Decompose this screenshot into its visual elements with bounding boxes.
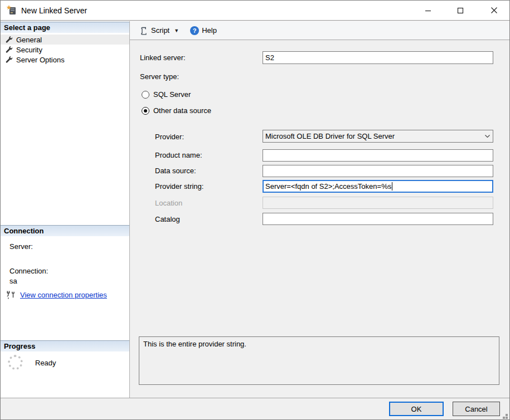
sidebar-item-server-options[interactable]: Server Options bbox=[1, 55, 129, 65]
description-text: This is the entire provider string. bbox=[143, 340, 246, 348]
minimize-button[interactable] bbox=[414, 1, 442, 20]
location-input bbox=[263, 197, 493, 209]
provider-string-value: Server=<fqdn of S2>;AccessToken=%s bbox=[265, 182, 391, 191]
radio-other-data-source[interactable]: Other data source bbox=[142, 106, 211, 115]
sidebar-item-security[interactable]: Security bbox=[1, 45, 129, 55]
maximize-button[interactable] bbox=[446, 1, 474, 20]
radio-unchecked-icon bbox=[142, 91, 149, 99]
data-source-input[interactable] bbox=[263, 165, 493, 177]
text-caret bbox=[392, 182, 392, 191]
main-panel: Script ▼ ? Help Linked server: Server ty… bbox=[130, 21, 510, 398]
footer: OK Cancel bbox=[1, 398, 509, 420]
provider-selected-value: Microsoft OLE DB Driver for SQL Server bbox=[265, 132, 484, 140]
connection-header: Connection bbox=[1, 225, 129, 236]
radio-sql-server-label: SQL Server bbox=[153, 90, 191, 99]
server-type-label: Server type: bbox=[140, 72, 179, 81]
script-button[interactable]: Script ▼ bbox=[137, 25, 182, 37]
help-label: Help bbox=[202, 26, 217, 35]
server-label: Server: bbox=[9, 242, 33, 251]
ok-button[interactable]: OK bbox=[389, 402, 444, 416]
progress-status: Ready bbox=[35, 359, 56, 367]
new-linked-server-icon bbox=[6, 5, 17, 16]
chevron-down-icon: ▼ bbox=[174, 28, 179, 33]
catalog-input[interactable] bbox=[263, 213, 493, 225]
view-connection-properties-link[interactable]: View connection properties bbox=[20, 291, 107, 299]
provider-label: Provider: bbox=[155, 133, 184, 141]
help-button[interactable]: ? Help bbox=[187, 25, 220, 37]
provider-string-label: Provider string: bbox=[155, 182, 203, 191]
sidebar-item-label: Security bbox=[16, 46, 42, 54]
provider-string-input[interactable]: Server=<fqdn of S2>;AccessToken=%s bbox=[263, 180, 493, 193]
window-title: New Linked Server bbox=[21, 1, 87, 21]
connection-properties-icon bbox=[6, 290, 16, 300]
progress-header: Progress bbox=[1, 340, 129, 351]
sidebar-item-label: Server Options bbox=[16, 56, 65, 64]
provider-dropdown[interactable]: Microsoft OLE DB Driver for SQL Server bbox=[263, 130, 493, 143]
help-icon: ? bbox=[190, 26, 199, 35]
sidebar-item-general[interactable]: General bbox=[1, 35, 129, 45]
connection-label: Connection: bbox=[9, 267, 48, 276]
script-icon bbox=[139, 26, 148, 35]
linked-server-label: Linked server: bbox=[140, 53, 186, 62]
product-name-input[interactable] bbox=[263, 149, 493, 162]
cancel-button[interactable]: Cancel bbox=[453, 402, 500, 416]
progress-spinner-icon bbox=[8, 355, 23, 370]
wrench-icon bbox=[5, 56, 13, 64]
close-button[interactable] bbox=[480, 1, 508, 20]
toolbar: Script ▼ ? Help bbox=[130, 21, 510, 40]
minimize-icon bbox=[425, 7, 431, 14]
resize-grip[interactable] bbox=[506, 417, 508, 419]
location-label: Location bbox=[155, 199, 182, 208]
sidebar-item-label: General bbox=[16, 36, 42, 44]
close-icon bbox=[490, 7, 498, 14]
connection-value: sa bbox=[9, 277, 17, 286]
radio-checked-icon bbox=[142, 107, 149, 115]
wrench-icon bbox=[5, 46, 13, 53]
maximize-icon bbox=[457, 7, 464, 14]
radio-sql-server[interactable]: SQL Server bbox=[142, 90, 191, 99]
radio-other-data-source-label: Other data source bbox=[153, 106, 211, 115]
sidebar: Select a page General Security Server Op… bbox=[1, 21, 130, 398]
view-connection-properties-row: View connection properties bbox=[6, 290, 107, 300]
data-source-label: Data source: bbox=[155, 167, 196, 175]
linked-server-input[interactable] bbox=[263, 51, 493, 64]
new-linked-server-dialog: New Linked Server Select a page General … bbox=[0, 0, 510, 420]
wrench-icon bbox=[5, 36, 13, 43]
product-name-label: Product name: bbox=[155, 151, 202, 160]
title-bar: New Linked Server bbox=[1, 1, 509, 21]
select-a-page-header: Select a page bbox=[1, 22, 129, 33]
script-label: Script bbox=[151, 26, 169, 35]
provider-string-description-box: This is the entire provider string. bbox=[139, 336, 499, 385]
catalog-label: Catalog bbox=[155, 215, 180, 224]
chevron-down-icon bbox=[484, 133, 490, 139]
